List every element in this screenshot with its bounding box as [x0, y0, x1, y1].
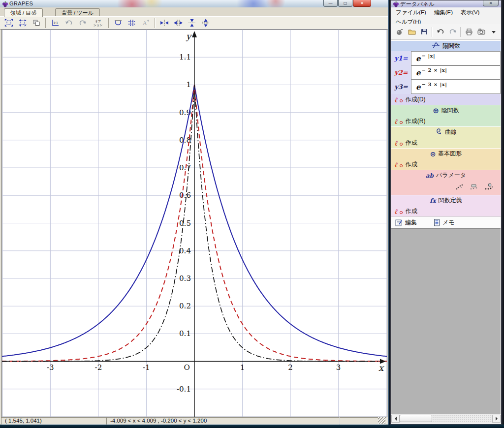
- undo-view-button: [62, 17, 76, 29]
- graph-tabbar: 領域 / 目盛 背景 / ツール: [0, 7, 388, 17]
- close-button[interactable]: ✕: [353, 0, 371, 7]
- y2-label: y2=: [391, 65, 411, 80]
- snapshot-button[interactable]: [475, 26, 487, 38]
- pen-icon: ℓ: [395, 118, 398, 125]
- pen-icon: ℓ: [395, 96, 398, 103]
- formula-base: e: [416, 54, 421, 63]
- svg-text:0.6: 0.6: [179, 191, 191, 200]
- narrow-horizontal-button[interactable]: [158, 17, 171, 29]
- grapes-window: GRAPES — ▢ ✕ 領域 / 目盛 背景 / ツール 1:1オプションA …: [0, 0, 389, 425]
- grapes-titlebar[interactable]: GRAPES — ▢ ✕: [0, 0, 388, 8]
- svg-text:0.4: 0.4: [179, 246, 191, 255]
- section-function-definition: fx 関数定義: [391, 195, 501, 206]
- tab-region-scale[interactable]: 領域 / 目盛: [4, 8, 43, 17]
- y3-label: y3=: [391, 80, 411, 94]
- create-explicit-button[interactable]: ℓ 作成(D): [391, 94, 501, 105]
- svg-text:1: 1: [186, 80, 191, 89]
- formula-exponent: − |x|: [422, 53, 436, 59]
- scrollbar-track[interactable]: [432, 415, 492, 422]
- narrow-vertical-button[interactable]: [185, 17, 199, 29]
- close-button[interactable]: ✕: [483, 0, 499, 6]
- svg-text:1.1: 1.1: [179, 53, 191, 61]
- y2-expression-input[interactable]: e− 2 × |x|: [411, 65, 501, 80]
- formula-base: e: [416, 83, 421, 92]
- create-curve-button[interactable]: ℓ 作成: [391, 137, 501, 148]
- snapshot-menu-button[interactable]: [487, 26, 500, 38]
- resize-grip[interactable]: [378, 417, 385, 424]
- svg-text:A: A: [143, 20, 147, 27]
- parameter-trace-icon-2[interactable]: [469, 183, 479, 192]
- toolbar-separator: [108, 18, 109, 28]
- svg-text:x: x: [378, 363, 384, 373]
- svg-text:-2: -2: [95, 363, 102, 372]
- implicit-function-icon: ⊕: [433, 107, 439, 114]
- maximize-button[interactable]: ▢: [338, 0, 352, 7]
- options-button[interactable]: オプション: [90, 17, 106, 29]
- zoom-fit-button[interactable]: [2, 17, 16, 29]
- parameter-trace-icon-1[interactable]: [455, 183, 464, 192]
- menu-file[interactable]: ファイル(F): [392, 8, 430, 17]
- explicit-function-icon: [432, 42, 440, 50]
- pen-dot: [400, 121, 403, 124]
- create-label: 作成(D): [406, 95, 426, 104]
- widen-horizontal-button[interactable]: [171, 17, 185, 29]
- function-plot: yxO1.110.90.80.70.60.50.40.30.20.1-0.1-3…: [2, 30, 387, 417]
- zoom-region-button[interactable]: [16, 17, 30, 29]
- data-panel-toolbar: [391, 24, 501, 40]
- formula-base: e: [416, 68, 421, 77]
- svg-text:1: 1: [240, 363, 245, 372]
- edit-button[interactable]: 編集: [395, 218, 417, 227]
- section-title: 曲線: [445, 128, 457, 136]
- redo-button: [446, 26, 459, 38]
- scrollbar-thumb[interactable]: [400, 415, 432, 422]
- toolbar-separator: [45, 18, 46, 28]
- create-basic-figure-button[interactable]: ℓ 作成: [391, 159, 501, 170]
- print-button[interactable]: [463, 26, 475, 38]
- new-data-button[interactable]: [393, 26, 406, 38]
- scroll-left-button[interactable]: [391, 415, 400, 423]
- data-panel-titlebar[interactable]: データパネル ✕: [391, 0, 501, 8]
- svg-text:0.1: 0.1: [179, 329, 191, 338]
- tab-background-tools[interactable]: 背景 / ツール: [55, 8, 100, 17]
- create-function-definition-button[interactable]: ℓ 作成: [391, 206, 501, 216]
- pen-icon: ℓ: [395, 161, 398, 168]
- parameter-trace-icon-3[interactable]: [484, 183, 494, 192]
- toolbar-separator: [460, 27, 461, 37]
- section-title: パラメータ: [436, 171, 466, 180]
- toolbar-separator: [432, 27, 433, 37]
- menu-view[interactable]: 表示(V): [457, 8, 483, 17]
- y1-expression-input[interactable]: e− |x|: [411, 51, 501, 65]
- svg-text:0.3: 0.3: [179, 274, 191, 283]
- minimize-button[interactable]: —: [323, 0, 338, 7]
- pen-dot: [400, 143, 403, 146]
- save-file-button[interactable]: [418, 26, 430, 38]
- memo-button[interactable]: メモ: [434, 218, 455, 227]
- grid-settings-button[interactable]: [125, 17, 139, 29]
- create-label: 作成: [406, 139, 417, 147]
- formula-exponent: − 3 × |x|: [422, 82, 447, 87]
- window-frame-edge: [502, 0, 504, 428]
- region-frame-button[interactable]: [111, 17, 125, 29]
- svg-text:1:1: 1:1: [53, 21, 58, 25]
- edit-pad-icon: [395, 219, 403, 226]
- equal-scale-1-1-button[interactable]: 1:1: [48, 17, 62, 29]
- y3-expression-input[interactable]: e− 3 × |x|: [411, 80, 501, 94]
- scroll-right-button[interactable]: [492, 415, 501, 423]
- pen-dot: [400, 164, 403, 167]
- graph-canvas[interactable]: yxO1.110.90.80.70.60.50.40.30.20.1-0.1-3…: [1, 29, 387, 417]
- copy-view-button[interactable]: [30, 17, 43, 29]
- data-panel-title: データパネル: [400, 0, 435, 8]
- create-implicit-button[interactable]: ℓ 作成(R): [391, 116, 501, 126]
- status-cursor-coords: ( 1.545, 1.041): [1, 417, 106, 425]
- open-file-button[interactable]: [406, 26, 418, 38]
- desktop: GRAPES — ▢ ✕ 領域 / 目盛 背景 / ツール 1:1オプションA …: [0, 0, 504, 428]
- parameter-icon: ab: [426, 173, 434, 179]
- section-title: 関数定義: [439, 196, 462, 205]
- status-spacer: [340, 417, 386, 425]
- undo-button[interactable]: [434, 26, 446, 38]
- menu-edit[interactable]: 編集(E): [430, 8, 457, 17]
- widen-vertical-button[interactable]: [199, 17, 213, 29]
- grapes-app-icon: [2, 0, 8, 7]
- function-row-y1: y1=e− |x|: [391, 51, 501, 65]
- pen-icon: ℓ: [395, 140, 398, 147]
